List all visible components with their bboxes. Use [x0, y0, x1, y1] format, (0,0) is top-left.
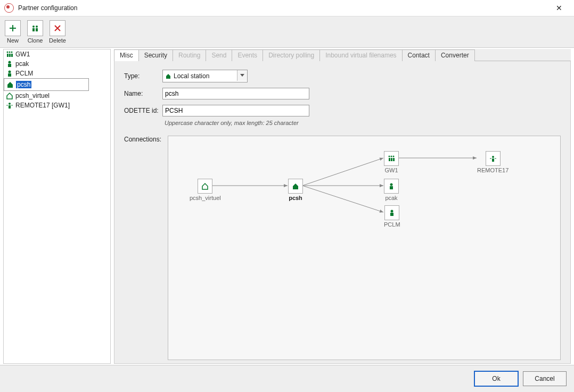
tab-misc[interactable]: Misc	[114, 49, 139, 61]
list-item[interactable]: pcak	[4, 59, 110, 69]
svg-line-21	[302, 186, 383, 212]
node-REMOTE17[interactable]: REMOTE17	[477, 151, 509, 173]
list-item[interactable]: PCLM	[4, 69, 110, 78]
svg-point-4	[7, 52, 9, 53]
svg-rect-7	[7, 54, 9, 57]
connections-label: Connections:	[124, 136, 161, 143]
svg-point-0	[32, 26, 35, 28]
list-item[interactable]: REMOTE17 [GW1]	[4, 101, 110, 110]
house-icon	[288, 179, 303, 194]
misc-panel: Type: Local station Name: ODETTE id: Upp…	[114, 61, 571, 364]
person-icon	[384, 205, 399, 220]
svg-rect-32	[390, 213, 393, 216]
app-icon	[4, 3, 14, 13]
svg-rect-8	[9, 54, 11, 57]
svg-line-19	[302, 158, 383, 186]
gateway-icon	[6, 51, 13, 58]
tab-events: Events	[232, 49, 263, 61]
name-label: Name:	[124, 90, 162, 97]
chevron-down-icon	[237, 70, 247, 81]
delete-button[interactable]: Delete	[48, 20, 67, 44]
window-title: Partner configuration	[18, 4, 548, 12]
svg-rect-28	[393, 158, 395, 161]
tab-bar: MiscSecurityRoutingSendEventsDirectory p…	[114, 49, 571, 61]
person-icon	[6, 60, 13, 68]
tab-contact[interactable]: Contact	[402, 49, 436, 61]
list-item[interactable]: pcsh	[4, 78, 89, 91]
odette-label: ODETTE id:	[124, 107, 162, 114]
type-label: Type:	[124, 72, 162, 80]
node-pcsh_virtuel[interactable]: pcsh_virtuel	[190, 179, 221, 201]
svg-rect-13	[8, 73, 11, 77]
svg-point-24	[391, 156, 392, 157]
type-select[interactable]: Local station	[162, 70, 248, 82]
plus-icon	[9, 24, 17, 32]
tab-directory-polling: Directory polling	[263, 49, 320, 61]
person-icon	[384, 179, 399, 194]
svg-rect-3	[36, 28, 38, 31]
node-GW1[interactable]: GW1	[384, 151, 399, 173]
remote-icon	[486, 151, 501, 166]
clone-button[interactable]: Clone	[26, 20, 45, 44]
tab-send: Send	[206, 49, 232, 61]
tab-routing: Routing	[173, 49, 206, 61]
svg-rect-11	[8, 64, 11, 67]
toolbar: New Clone Delete	[0, 16, 574, 48]
svg-point-31	[391, 210, 393, 213]
gateway-icon	[384, 151, 399, 166]
svg-rect-34	[492, 159, 494, 162]
house-out-icon	[198, 179, 212, 194]
list-item[interactable]: GW1	[4, 49, 110, 59]
titlebar: Partner configuration ✕	[0, 0, 574, 16]
odette-input[interactable]	[162, 105, 309, 116]
svg-point-12	[9, 71, 11, 73]
svg-point-10	[9, 61, 11, 64]
odette-hint: Uppercase character only, max length: 25…	[165, 120, 561, 126]
house-icon	[165, 73, 171, 79]
svg-point-33	[492, 156, 494, 158]
footer: Ok Cancel	[0, 365, 574, 392]
x-icon	[53, 24, 62, 32]
svg-rect-2	[32, 28, 35, 31]
house-out-icon	[6, 92, 13, 99]
svg-rect-26	[389, 158, 390, 161]
svg-point-6	[11, 52, 13, 53]
remote-icon	[6, 102, 13, 109]
person-icon	[6, 70, 13, 77]
ok-button[interactable]: Ok	[474, 371, 519, 387]
clone-icon	[31, 24, 39, 32]
new-button[interactable]: New	[3, 20, 22, 44]
list-item[interactable]: pcsh_virtuel	[4, 91, 110, 101]
svg-rect-9	[11, 54, 13, 57]
connections-canvas[interactable]: pcsh_virtuelpcshGW1pcakPCLMREMOTE17	[168, 136, 561, 360]
svg-point-1	[36, 26, 38, 28]
tab-converter[interactable]: Converter	[435, 49, 475, 61]
svg-point-29	[390, 184, 393, 186]
svg-point-14	[9, 103, 11, 105]
partner-list[interactable]: GW1pcakPCLMpcshpcsh_virtuelREMOTE17 [GW1…	[3, 49, 111, 364]
node-PCLM[interactable]: PCLM	[384, 205, 400, 228]
tab-inbound-virtual-filenames: Inbound virtual filenames	[319, 49, 402, 61]
cancel-button[interactable]: Cancel	[523, 371, 567, 386]
svg-point-23	[389, 156, 390, 157]
close-button[interactable]: ✕	[548, 0, 570, 16]
house-icon	[6, 81, 14, 88]
node-pcak[interactable]: pcak	[384, 179, 399, 201]
svg-rect-15	[9, 105, 11, 109]
tab-security[interactable]: Security	[138, 49, 173, 61]
svg-rect-27	[391, 158, 392, 161]
name-input[interactable]	[162, 88, 309, 99]
svg-point-5	[9, 52, 11, 53]
svg-rect-30	[390, 186, 393, 189]
svg-point-25	[393, 156, 395, 157]
node-pcsh[interactable]: pcsh	[288, 179, 303, 201]
